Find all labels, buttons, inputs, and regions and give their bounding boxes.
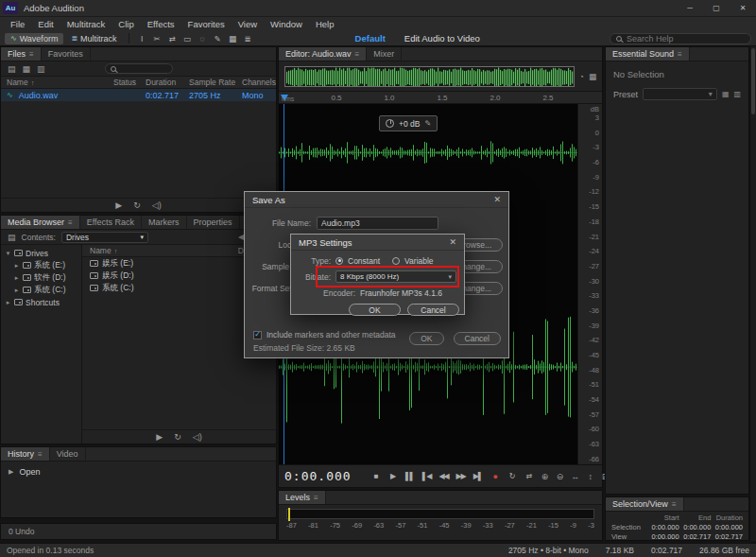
- column-duration[interactable]: Duration: [146, 78, 189, 87]
- play-button[interactable]: ▶: [386, 469, 401, 483]
- mp3-ok-button[interactable]: OK: [349, 304, 401, 316]
- workspace-default[interactable]: Default: [355, 33, 386, 44]
- tab-files[interactable]: Files ≡: [1, 47, 42, 61]
- tree-drive-item[interactable]: ▸ 软件 (D:): [1, 271, 81, 284]
- loop-playback-button[interactable]: ↻: [505, 469, 520, 483]
- bitrate-dropdown[interactable]: 8 Kbps (8000 Hz) ▾: [335, 270, 456, 283]
- column-sample-rate[interactable]: Sample Rate: [189, 78, 242, 87]
- import-file-icon[interactable]: ▤: [8, 233, 16, 242]
- tab-mixer[interactable]: Mixer: [367, 47, 402, 61]
- view-end[interactable]: 0:02.717: [679, 532, 712, 541]
- razor-tool-button[interactable]: ✂: [150, 32, 164, 44]
- zoom-in-horizontal-button[interactable]: ↔: [569, 470, 582, 483]
- column-status[interactable]: Status: [113, 78, 146, 87]
- play-icon[interactable]: ▶: [156, 432, 163, 442]
- playhead-time-display[interactable]: 0:00.000: [284, 469, 352, 483]
- menu-item[interactable]: View: [232, 19, 264, 29]
- open-folder-icon[interactable]: ▦: [23, 64, 31, 74]
- mp3-cancel-button[interactable]: Cancel: [407, 304, 459, 316]
- menu-item[interactable]: Multitrack: [60, 19, 112, 29]
- panel-menu-icon[interactable]: ≡: [678, 50, 682, 59]
- panel-menu-icon[interactable]: ≡: [672, 500, 677, 509]
- tree-drive-item[interactable]: ▸ 系统 (E:): [1, 259, 81, 271]
- save-as-cancel-button[interactable]: Cancel: [454, 332, 501, 345]
- variable-radio[interactable]: [392, 257, 400, 265]
- tab-properties[interactable]: Properties: [187, 216, 240, 229]
- help-search-box[interactable]: Search Help: [610, 33, 751, 44]
- save-preset-icon[interactable]: ▦: [722, 90, 730, 98]
- list-column-name[interactable]: Name↑: [90, 246, 238, 255]
- slip-tool-button[interactable]: ⇄: [165, 32, 180, 44]
- close-icon[interactable]: ✕: [493, 195, 501, 204]
- minimize-button[interactable]: ─: [677, 0, 703, 16]
- skip-to-start-button[interactable]: ▌◀: [420, 469, 435, 483]
- play-icon[interactable]: ▶: [115, 200, 122, 210]
- overview-waveform[interactable]: [284, 66, 575, 87]
- panel-menu-icon[interactable]: ≡: [355, 50, 360, 59]
- scrollbar-thumb[interactable]: [751, 48, 755, 114]
- trash-icon[interactable]: ▥: [37, 64, 45, 74]
- zoom-out-button[interactable]: ⊖: [554, 470, 567, 483]
- panel-menu-icon[interactable]: ≡: [38, 450, 43, 459]
- rewind-button[interactable]: ◀◀: [437, 469, 452, 483]
- file-name-input[interactable]: Audio.mp3: [317, 217, 438, 230]
- tree-item-drives[interactable]: ▾ Drives: [1, 247, 81, 259]
- preset-dropdown[interactable]: ▾: [643, 88, 717, 100]
- maximize-button[interactable]: ▢: [703, 0, 730, 16]
- speaker-icon[interactable]: ◁): [152, 200, 162, 210]
- panel-menu-icon[interactable]: ≡: [29, 50, 34, 59]
- menu-item[interactable]: Help: [309, 19, 341, 29]
- contents-dropdown[interactable]: Drives ▾: [61, 232, 148, 243]
- pencil-icon[interactable]: ✎: [424, 119, 431, 128]
- pause-button[interactable]: ▌▌: [403, 469, 418, 483]
- selection-end[interactable]: 0:00.000: [679, 523, 712, 531]
- tab-essential-sound[interactable]: Essential Sound ≡: [606, 47, 690, 61]
- timeline-ruler[interactable]: hms 0.51.01.52.02.5: [279, 92, 602, 104]
- paintbrush-tool-button[interactable]: ✎: [211, 32, 225, 44]
- menu-item[interactable]: File: [4, 19, 31, 29]
- save-as-ok-button[interactable]: OK: [409, 332, 443, 345]
- tab-editor[interactable]: Editor: Audio.wav ≡: [279, 47, 367, 61]
- fast-forward-button[interactable]: ▶▶: [454, 469, 469, 483]
- tree-item-shortcuts[interactable]: ▸ Shortcuts: [1, 296, 81, 308]
- volume-hud[interactable]: +0 dB ✎: [379, 115, 438, 131]
- right-scrollbar[interactable]: [749, 46, 756, 541]
- skip-to-end-button[interactable]: ▶▌: [471, 469, 486, 483]
- waveform-view-button[interactable]: ∿ Waveform: [5, 33, 63, 44]
- history-item-open[interactable]: ▶ Open: [1, 465, 276, 479]
- tree-collapsed-icon[interactable]: ▸: [13, 287, 20, 294]
- multitrack-view-button[interactable]: ≣ Multitrack: [65, 33, 122, 44]
- menu-item[interactable]: Clip: [112, 19, 140, 29]
- close-button[interactable]: ✕: [730, 0, 756, 16]
- tree-collapsed-icon[interactable]: ▸: [13, 262, 20, 270]
- lasso-selection-tool-button[interactable]: ◌: [196, 32, 210, 44]
- menu-item[interactable]: Effects: [141, 19, 181, 29]
- panel-menu-icon[interactable]: ≡: [68, 218, 73, 227]
- skip-selection-button[interactable]: ⇄: [522, 469, 537, 483]
- stop-button[interactable]: ■: [369, 469, 384, 483]
- menu-item[interactable]: Favorites: [181, 19, 232, 29]
- file-row-audio-wav[interactable]: ∿Audio.wav 0:02.717 2705 Hz Mono: [1, 89, 276, 101]
- tree-collapsed-icon[interactable]: ▸: [13, 274, 20, 282]
- tab-selection-view[interactable]: Selection/View ≡: [606, 497, 684, 511]
- tab-media-browser[interactable]: Media Browser ≡: [1, 216, 80, 229]
- delete-preset-icon[interactable]: ▥: [733, 90, 741, 98]
- view-duration[interactable]: 0:02.717: [711, 532, 743, 541]
- move-tool-button[interactable]: ≣: [241, 32, 255, 44]
- spot-healing-tool-button[interactable]: ▦: [226, 32, 240, 44]
- constant-radio[interactable]: [335, 257, 343, 265]
- record-button[interactable]: ●: [488, 469, 503, 483]
- tree-drive-item[interactable]: ▸ 系统 (C:): [1, 284, 81, 296]
- tab-video[interactable]: Video: [50, 447, 86, 461]
- menu-item[interactable]: Edit: [31, 19, 60, 29]
- loop-icon[interactable]: ↻: [174, 432, 181, 442]
- tree-expanded-icon[interactable]: ▾: [5, 250, 11, 257]
- tab-markers[interactable]: Markers: [142, 216, 187, 229]
- workspace-edit-audio-to-video[interactable]: Edit Audio to Video: [404, 33, 480, 44]
- tab-effects-rack[interactable]: Effects Rack: [80, 216, 142, 229]
- tab-favorites[interactable]: Favorites: [42, 47, 91, 61]
- selection-duration[interactable]: 0:00.000: [711, 523, 743, 531]
- zoom-in-vertical-button[interactable]: ↕: [584, 470, 597, 483]
- knob-icon[interactable]: ◔: [579, 72, 584, 81]
- import-file-icon[interactable]: ▤: [8, 64, 16, 74]
